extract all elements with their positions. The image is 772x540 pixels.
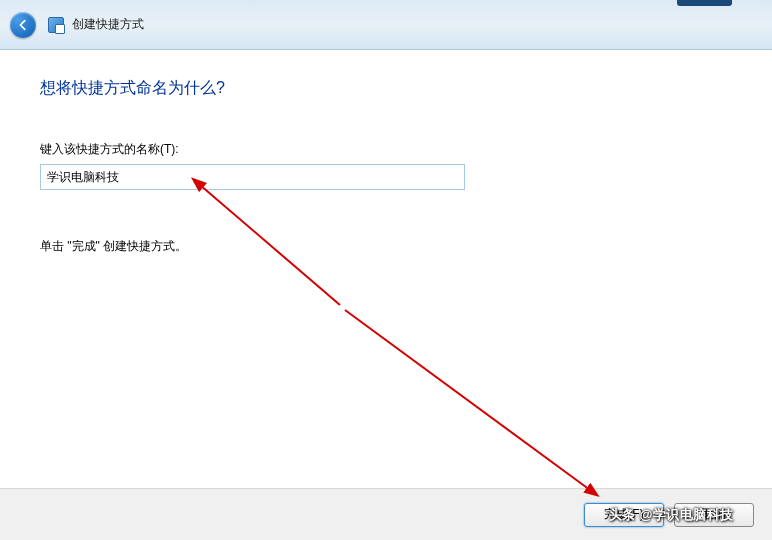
shortcut-name-input[interactable] (40, 164, 465, 190)
window-title: 创建快捷方式 (72, 16, 144, 33)
content-area: 想将快捷方式命名为什么? 键入该快捷方式的名称(T): 单击 "完成" 创建快捷… (8, 50, 764, 488)
page-heading: 想将快捷方式命名为什么? (40, 78, 732, 99)
name-field-label: 键入该快捷方式的名称(T): (40, 141, 732, 158)
cancel-button[interactable]: 取消 (674, 503, 754, 527)
shortcut-icon (48, 17, 64, 33)
footer-bar: 完成(F) 取消 (0, 488, 772, 540)
finish-button[interactable]: 完成(F) (584, 503, 664, 527)
titlebar: 创建快捷方式 (0, 0, 772, 50)
back-button[interactable] (10, 12, 36, 38)
top-tab-decor (677, 0, 732, 6)
instruction-text: 单击 "完成" 创建快捷方式。 (40, 238, 732, 255)
arrow-left-icon (16, 18, 30, 32)
